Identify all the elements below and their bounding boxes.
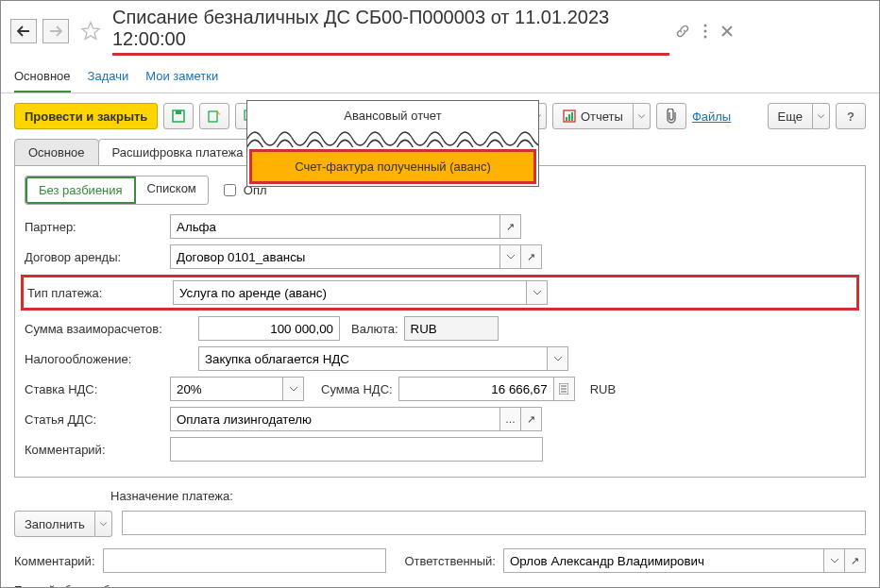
footer-comment-field[interactable]: [103, 548, 386, 573]
reports-button[interactable]: Отчеты: [552, 103, 634, 129]
wavy-divider: [247, 130, 538, 147]
responsible-open-button[interactable]: ↗: [845, 548, 866, 573]
currency-field: [404, 316, 499, 341]
contract-label: Договор аренды:: [25, 250, 164, 264]
purpose-label: Назначение платежа:: [110, 489, 866, 503]
back-button[interactable]: [10, 19, 37, 43]
responsible-dropdown-button[interactable]: [824, 548, 845, 573]
inner-comment-label: Комментарий:: [25, 443, 164, 457]
reports-dropdown[interactable]: [634, 103, 651, 129]
svg-rect-5: [209, 111, 217, 122]
svg-point-2: [704, 36, 707, 39]
post-and-close-button[interactable]: Провести и закрыть: [14, 103, 158, 129]
more-dropdown[interactable]: [813, 103, 830, 129]
contract-dropdown-button[interactable]: [500, 244, 521, 269]
more-vertical-icon[interactable]: [703, 24, 707, 39]
segment-no-split[interactable]: Без разбиения: [25, 176, 136, 204]
svg-rect-15: [566, 117, 567, 121]
vat-sum-label: Сумма НДС:: [321, 382, 393, 396]
forward-button[interactable]: [42, 19, 69, 43]
settlement-sum-field[interactable]: [198, 316, 340, 341]
save-button[interactable]: [163, 103, 194, 129]
nav-main[interactable]: Основное: [14, 69, 71, 92]
svg-point-1: [704, 30, 707, 33]
svg-rect-16: [568, 114, 570, 121]
inner-comment-field[interactable]: [170, 437, 543, 462]
contract-field[interactable]: [170, 244, 500, 269]
page-title: Списание безналичных ДС СБ00-П000003 от …: [112, 7, 669, 56]
vat-currency-text: RUB: [590, 382, 616, 396]
tab-body: Без разбиения Списком Опл Партнер: ↗ Дог…: [14, 165, 866, 478]
dds-label: Статья ДДС:: [25, 412, 164, 427]
files-link[interactable]: Файлы: [692, 109, 731, 124]
partner-open-button[interactable]: ↗: [500, 214, 521, 239]
dds-field[interactable]: [170, 407, 500, 431]
tax-dropdown-button[interactable]: [548, 346, 568, 371]
purpose-field[interactable]: [122, 511, 866, 535]
close-icon[interactable]: [720, 25, 734, 38]
vat-rate-field[interactable]: [170, 377, 283, 401]
svg-rect-17: [571, 112, 573, 121]
more-button[interactable]: Еще: [768, 103, 813, 129]
nav-notes[interactable]: Мои заметки: [145, 69, 218, 83]
contract-open-button[interactable]: ↗: [521, 244, 542, 269]
vat-rate-dropdown-button[interactable]: [283, 377, 304, 401]
svg-point-0: [704, 25, 707, 27]
partner-label: Партнер:: [25, 220, 164, 234]
currency-label: Валюта:: [351, 322, 398, 336]
footer-comment-label: Комментарий:: [14, 554, 95, 568]
settlement-sum-label: Сумма взаиморасчетов:: [25, 322, 193, 336]
svg-rect-4: [176, 110, 181, 114]
partner-field[interactable]: [170, 214, 500, 239]
create-based-on-menu: Авансовый отчет Счет-фактура полученный …: [246, 100, 539, 187]
footer-status: Прямой обмен с банками отключен: [1, 579, 879, 588]
vat-rate-label: Ставка НДС:: [25, 382, 164, 396]
responsible-label: Ответственный:: [405, 554, 496, 568]
paid-checkbox[interactable]: [224, 184, 236, 196]
tax-field[interactable]: [198, 346, 548, 371]
payment-type-field[interactable]: [173, 280, 527, 305]
link-icon[interactable]: [675, 24, 690, 39]
responsible-field[interactable]: [503, 548, 824, 573]
favorite-star-icon[interactable]: [80, 21, 101, 42]
help-button[interactable]: ?: [836, 103, 866, 129]
fill-button[interactable]: Заполнить: [14, 511, 95, 537]
payment-type-label: Тип платежа:: [27, 286, 167, 300]
dropdown-item-invoice-received-advance[interactable]: Счет-фактура полученный (аванс): [249, 149, 536, 184]
vat-sum-field[interactable]: [398, 377, 554, 401]
tab-main[interactable]: Основное: [14, 139, 99, 166]
fill-dropdown[interactable]: [95, 511, 112, 537]
dds-open-button[interactable]: ↗: [521, 407, 542, 431]
nav-tasks[interactable]: Задачи: [88, 69, 129, 83]
segment-list[interactable]: Списком: [136, 176, 208, 204]
attachment-button[interactable]: [656, 103, 686, 129]
post-button[interactable]: [199, 103, 229, 129]
dds-select-button[interactable]: …: [500, 407, 521, 431]
payment-type-dropdown-button[interactable]: [527, 280, 548, 305]
vat-sum-calc-button[interactable]: [554, 377, 575, 401]
tax-label: Налогообложение:: [25, 352, 193, 366]
dropdown-item-advance-report[interactable]: Авансовый отчет: [247, 101, 538, 130]
